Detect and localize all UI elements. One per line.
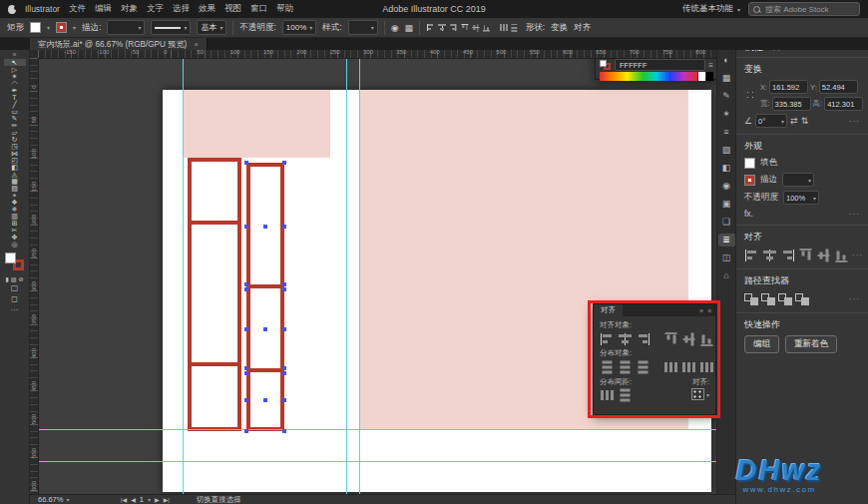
transparency-panel-icon[interactable]: ◧ xyxy=(718,162,735,175)
more-options-icon[interactable]: ··· xyxy=(849,210,860,219)
align-panel-tab[interactable]: 对齐 xyxy=(594,304,623,316)
group-button[interactable]: 编组 xyxy=(744,335,779,353)
pathfinder-exclude-button[interactable] xyxy=(795,293,809,305)
fill-stroke-mini-indicator[interactable] xyxy=(600,60,612,70)
transform-panel-button[interactable]: 变换 xyxy=(551,22,568,34)
pathfinder-panel-icon[interactable]: ◫ xyxy=(718,252,735,264)
opacity-field[interactable]: 100%▾ xyxy=(783,191,819,205)
anchor-point[interactable] xyxy=(244,429,248,433)
eyedropper-tool[interactable]: ⌖ xyxy=(4,192,26,199)
cabinet-rect-3[interactable] xyxy=(188,362,241,431)
distribute-bottom-button[interactable] xyxy=(638,359,650,374)
props-align-top-button[interactable] xyxy=(800,248,812,262)
horizontal-ruler[interactable]: -150-100-5005010015020025030035040045050… xyxy=(38,50,716,59)
libraries-panel-icon[interactable]: ⌂ xyxy=(718,269,735,282)
appearance-panel-icon[interactable]: ◉ xyxy=(718,180,735,193)
style-dropdown[interactable]: ▾ xyxy=(348,20,378,35)
paintbrush-tool[interactable]: ✎ xyxy=(4,115,26,122)
props-align-hcenter-button[interactable] xyxy=(762,250,777,261)
anchor-point[interactable] xyxy=(244,161,248,165)
type-tool[interactable]: T xyxy=(4,94,26,101)
stroke-weight-field[interactable]: ▾ xyxy=(107,20,145,35)
align-left-button[interactable] xyxy=(600,333,615,345)
anchor-point[interactable] xyxy=(244,366,248,370)
horizontal-space-button[interactable] xyxy=(620,387,632,402)
fill-stroke-indicator[interactable] xyxy=(3,252,27,273)
pathfinder-unite-button[interactable] xyxy=(744,293,758,305)
anchor-point[interactable] xyxy=(282,327,286,331)
artboard-tool[interactable]: ⊞ xyxy=(4,220,26,227)
anchor-point[interactable] xyxy=(263,327,267,331)
props-align-vcenter-button[interactable] xyxy=(818,248,830,262)
anchor-point[interactable] xyxy=(263,225,267,229)
fill-proxy-swatch[interactable] xyxy=(5,252,16,263)
vertical-space-button[interactable] xyxy=(600,389,615,401)
more-options-icon[interactable]: ··· xyxy=(849,294,860,303)
artboard-number[interactable]: 1 xyxy=(140,495,144,504)
pen-tool[interactable]: ✒ xyxy=(4,87,26,94)
width-tool[interactable]: ⋈ xyxy=(4,150,26,157)
swatches-panel-icon[interactable]: ▦ xyxy=(718,72,735,85)
guide-horizontal-2[interactable] xyxy=(38,461,716,462)
first-artboard-button[interactable]: |◀ xyxy=(121,496,127,503)
slice-tool[interactable]: ✂ xyxy=(4,227,26,234)
fill-color-swatch[interactable] xyxy=(30,22,41,33)
reference-point-selector[interactable] xyxy=(744,89,757,102)
preferences-grid-icon[interactable]: ▦ xyxy=(405,23,414,33)
hex-value-field[interactable]: FFFFFF xyxy=(615,59,705,71)
close-icon[interactable]: × xyxy=(194,40,199,49)
pathfinder-intersect-button[interactable] xyxy=(778,293,792,305)
distribute-hcenter-button[interactable] xyxy=(681,361,696,373)
menu-item-窗口[interactable]: 窗口 xyxy=(250,3,267,15)
vertical-ruler[interactable]: 050100150200250300350400450500550600 xyxy=(30,58,39,494)
anchor-point[interactable] xyxy=(244,225,248,229)
search-input[interactable] xyxy=(763,4,851,15)
direct-selection-tool[interactable]: ▷ xyxy=(4,66,26,73)
anchor-point[interactable] xyxy=(282,371,286,375)
mesh-tool[interactable]: ▦ xyxy=(4,178,26,185)
document-tab[interactable]: 室内场景.ai* @ 66.67% (RGB/GPU 预览) × xyxy=(30,38,208,50)
guide-horizontal-1[interactable] xyxy=(38,429,716,430)
workspace-switcher[interactable]: 传统基本功能 ▾ xyxy=(682,3,740,15)
menu-item-效果[interactable]: 效果 xyxy=(199,3,216,15)
more-options-icon[interactable]: ··· xyxy=(849,117,860,126)
anchor-point[interactable] xyxy=(282,366,286,370)
align-right-button[interactable] xyxy=(636,333,651,345)
anchor-point[interactable] xyxy=(244,327,248,331)
graphic-styles-panel-icon[interactable]: ▣ xyxy=(718,198,735,211)
cabinet-rect-2[interactable] xyxy=(188,221,241,367)
align-hcenter-button[interactable] xyxy=(618,333,633,345)
panel-menu-icon[interactable]: ≡ xyxy=(708,61,713,70)
layers-panel-icon[interactable]: ❏ xyxy=(718,216,735,229)
zoom-dropdown[interactable]: 66.67% ▾ xyxy=(38,495,88,504)
rotate-tool[interactable]: ↻ xyxy=(4,136,26,143)
menu-item-编辑[interactable]: 编辑 xyxy=(95,3,112,15)
document-setup-icon[interactable]: ◉ xyxy=(391,23,399,33)
brush-dropdown[interactable]: 基本▾ xyxy=(197,20,226,35)
free-transform-tool[interactable]: ◰ xyxy=(4,157,26,164)
anchor-point[interactable] xyxy=(282,225,286,229)
align-right-icon[interactable] xyxy=(448,24,457,31)
rectangle-tool[interactable]: ▭ xyxy=(4,108,26,115)
more-options-icon[interactable]: ··· xyxy=(852,251,863,259)
pathfinder-minus-front-button[interactable] xyxy=(761,293,775,305)
anchor-point[interactable] xyxy=(244,287,248,291)
perspective-grid-tool[interactable]: ◬ xyxy=(4,171,26,178)
align-to-selection-button[interactable] xyxy=(691,388,704,400)
align-top-icon[interactable] xyxy=(460,23,467,32)
pencil-tool[interactable]: ✏ xyxy=(4,122,26,129)
props-align-right-button[interactable] xyxy=(780,250,795,261)
y-field[interactable]: 52.494 xyxy=(819,80,858,94)
scale-tool[interactable]: ◳ xyxy=(4,143,26,150)
anchor-point[interactable] xyxy=(282,161,286,165)
line-segment-tool[interactable]: ╱ xyxy=(4,101,26,108)
color-spectrum[interactable] xyxy=(600,72,697,81)
x-field[interactable]: 161.592 xyxy=(769,80,808,94)
align-vcenter-icon[interactable] xyxy=(472,23,479,32)
stroke-color-swatch[interactable] xyxy=(56,22,67,33)
align-top-button[interactable] xyxy=(665,331,677,346)
anchor-point[interactable] xyxy=(244,282,248,286)
hand-tool[interactable]: ✥ xyxy=(4,234,26,241)
column-graph-tool[interactable]: ▥ xyxy=(4,213,26,220)
align-panel-button[interactable]: 对齐 xyxy=(574,22,591,34)
